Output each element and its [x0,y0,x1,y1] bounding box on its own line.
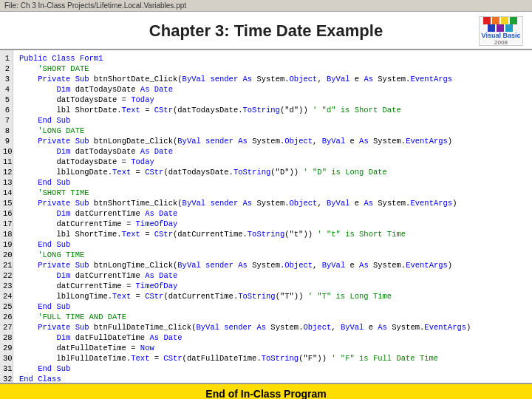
line-number: 19 [3,239,10,250]
code-line: datTodaysDate = Today [19,95,526,105]
line-number: 26 [3,312,10,322]
code-line: End Sub [19,301,526,312]
code-line: Dim datCurrentTime As Date [19,208,526,219]
code-line: Public Class Form1 [19,53,526,64]
line-number: 11 [3,157,10,167]
line-number: 24 [3,291,10,301]
logo-brand-text: Visual Basic [482,32,521,39]
line-number: 4 [3,84,10,95]
file-path: File: Ch 3 In-Class Projects/Lifetime.Lo… [4,1,186,10]
title-bar: File: Ch 3 In-Class Projects/Lifetime.Lo… [0,0,532,12]
line-number: 13 [3,177,10,188]
line-number: 31 [3,364,10,374]
code-line: lblLongDate.Text = CStr(datTodaysDate.To… [19,167,526,177]
line-number: 28 [3,332,10,343]
code-display: Public Class Form1 'SHORT DATE Private S… [13,50,532,383]
code-line: datTodaysDate = Today [19,157,526,167]
main-content: 1234567891011121314151617181920212223242… [0,50,532,383]
line-number: 30 [3,353,10,364]
line-number: 3 [3,74,10,84]
code-line: 'LONG DATE [19,126,526,136]
code-line: End Sub [19,364,526,374]
code-line: Dim datTodaysDate As Date [19,84,526,95]
line-number: 20 [3,250,10,260]
page-title: Chapter 3: Time Date Example [53,21,479,41]
code-line: End Class [19,374,526,383]
line-number: 10 [3,146,10,157]
logo-brand: Visual Basic [482,32,521,39]
code-line: lblLongTime.Text = CStr(datCurrentTime.T… [19,291,526,301]
logo: Visual Basic 2008 [479,16,523,46]
line-number: 8 [3,126,10,136]
line-number: 23 [3,281,10,291]
svg-rect-2 [501,17,508,24]
line-number: 12 [3,167,10,177]
line-number: 9 [3,136,10,146]
line-number: 25 [3,301,10,312]
page-header: Chapter 3: Time Date Example Visual Basi… [0,12,532,50]
line-numbers: 1234567891011121314151617181920212223242… [0,50,13,383]
line-number: 6 [3,105,10,115]
code-line: Private Sub btnLongTime_Click(ByVal send… [19,260,526,270]
svg-rect-5 [497,24,504,32]
footer-banner: End of In-Class Program [0,383,532,399]
footer-label: End of In-Class Program [205,388,326,399]
code-line: Private Sub btnShortDate_Click(ByVal sen… [19,74,526,84]
logo-graphic [483,17,519,32]
logo-squares [483,17,519,32]
svg-rect-0 [483,17,491,24]
line-number: 14 [3,188,10,198]
line-number: 7 [3,115,10,126]
code-line: 'SHORT DATE [19,64,526,74]
code-line: datCurrentTime = TimeOfDay [19,219,526,229]
line-number: 5 [3,95,10,105]
code-line: Dim datFullDateTime As Date [19,332,526,343]
code-line: datCurrentTime = TimeOfDay [19,281,526,291]
code-line: End Sub [19,239,526,250]
svg-rect-1 [492,17,499,24]
svg-rect-3 [510,17,517,24]
line-number: 2 [3,64,10,74]
line-number: 22 [3,270,10,281]
code-line: End Sub [19,177,526,188]
code-line: 'SHORT TIME [19,188,526,198]
line-number: 21 [3,260,10,270]
line-number: 18 [3,229,10,239]
line-number: 17 [3,219,10,229]
logo-year: 2008 [494,39,508,46]
line-number: 32 [3,374,10,383]
line-number: 29 [3,343,10,353]
code-line: End Sub [19,115,526,126]
code-line: Private Sub btnFullDateTime_Click(ByVal … [19,322,526,332]
code-line: lbl ShortTime.Text = CStr(datCurrentTime… [19,229,526,239]
code-line: lbl ShortDate.Text = CStr(datTodaysDate.… [19,105,526,115]
code-line: 'FULL TIME AND DATE [19,312,526,322]
line-number: 27 [3,322,10,332]
code-line: Private Sub btnShortTime_Click(ByVal sen… [19,198,526,208]
line-number: 16 [3,208,10,219]
code-line: 'LONG TIME [19,250,526,260]
line-number: 15 [3,198,10,208]
line-number: 1 [3,53,10,64]
code-line: Dim datTodaysDate As Date [19,146,526,157]
code-line: Private Sub btnLongDate_Click(ByVal send… [19,136,526,146]
code-line: lblFullDateTime.Text = CStr(datFullDateT… [19,353,526,364]
svg-rect-4 [488,24,495,32]
code-line: datFullDateTime = Now [19,343,526,353]
svg-rect-6 [505,24,513,32]
code-line: Dim datCurrentTime As Date [19,270,526,281]
